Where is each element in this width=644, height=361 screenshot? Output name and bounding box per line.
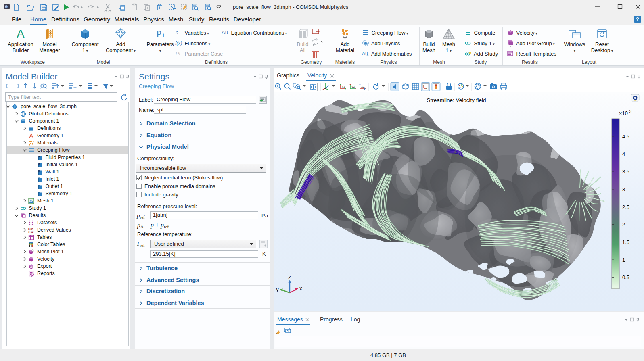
svg-text:4.5: 4.5 <box>622 134 629 140</box>
svg-text:1: 1 <box>622 257 625 263</box>
svg-text:P: P <box>156 29 161 39</box>
svg-text:yz: yz <box>351 84 355 88</box>
svg-text:Streamline: Velocity field: Streamline: Velocity field <box>427 97 486 103</box>
svg-text:y: y <box>276 286 279 292</box>
svg-text:xz: xz <box>361 84 365 88</box>
svg-text:×10-3: ×10-3 <box>619 109 631 116</box>
svg-text:2: 2 <box>622 221 625 227</box>
svg-text:0.5: 0.5 <box>622 274 629 280</box>
svg-text:f(x): f(x) <box>175 40 182 46</box>
svg-text:D: D <box>38 162 40 165</box>
svg-text:Pi: Pi <box>176 50 180 56</box>
svg-text:2.5: 2.5 <box>622 204 629 210</box>
svg-text:D: D <box>38 169 40 173</box>
svg-text:A: A <box>17 27 25 40</box>
svg-text:3.5: 3.5 <box>622 169 629 175</box>
svg-text:xy: xy <box>342 84 346 88</box>
svg-text:e-12: e-12 <box>28 230 33 233</box>
svg-text:i: i <box>163 32 164 38</box>
svg-text:4: 4 <box>622 151 625 157</box>
svg-text:3: 3 <box>622 186 625 192</box>
svg-text:Δu: Δu <box>222 29 228 35</box>
svg-text:8.85: 8.85 <box>28 227 33 230</box>
svg-text:1.5: 1.5 <box>622 239 629 245</box>
svg-text:D: D <box>38 155 40 158</box>
svg-text:a=: a= <box>176 29 182 35</box>
svg-text:x: x <box>299 285 302 292</box>
svg-text:z: z <box>288 274 291 280</box>
